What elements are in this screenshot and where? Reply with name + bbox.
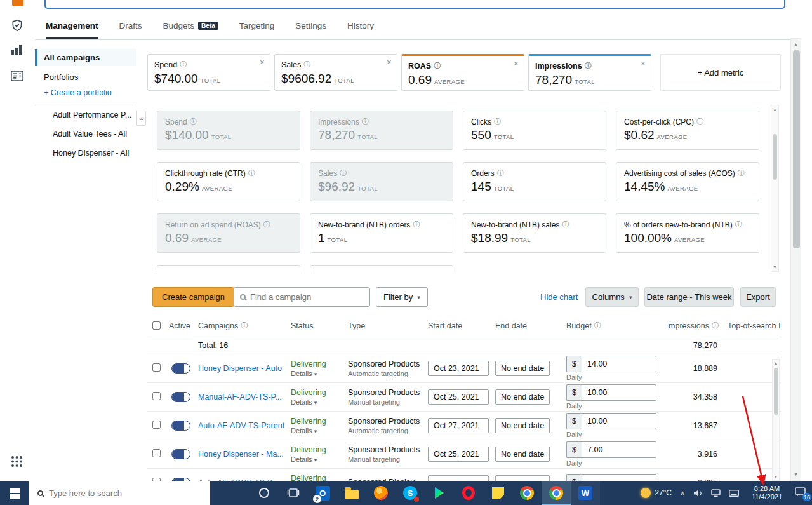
metric-tile[interactable]: % of orders new-to-brand (NTB)ⓘ 100.00%A… xyxy=(616,213,759,253)
scroll-up-icon[interactable]: ▲ xyxy=(791,42,801,48)
speaker-icon[interactable] xyxy=(693,489,703,497)
budget-input[interactable] xyxy=(582,413,656,429)
end-date-input[interactable] xyxy=(495,389,550,405)
create-campaign-button[interactable]: Create campaign xyxy=(152,287,234,307)
budget-input[interactable] xyxy=(582,474,656,481)
active-toggle[interactable] xyxy=(171,421,190,431)
metric-tile[interactable]: New-to-brand (NTB) salesⓘ $18.99TOTAL xyxy=(463,213,606,253)
start-date-input[interactable] xyxy=(428,389,489,405)
metrics-scrollbar[interactable]: ▲ ▼ xyxy=(771,105,779,272)
metric-tile[interactable]: Impressionsⓘ 78,270TOTAL xyxy=(310,111,453,150)
metric-card-spend[interactable]: Spendⓘ × $740.00TOTAL xyxy=(147,54,270,91)
page-scrollbar[interactable]: ▲ ▼ xyxy=(790,38,801,481)
active-toggle[interactable] xyxy=(171,363,190,374)
row-checkbox[interactable] xyxy=(152,421,161,429)
campaign-link[interactable]: Honey Dispenser - Ma... xyxy=(198,450,288,459)
taskbar-search-input[interactable] xyxy=(49,488,210,498)
app-grid-icon[interactable] xyxy=(11,455,23,470)
metric-tile[interactable]: Clickthrough rate (CTR)ⓘ 0.29%AVERAGE xyxy=(157,162,300,201)
console-search-input[interactable] xyxy=(44,0,785,9)
row-checkbox[interactable] xyxy=(152,449,161,457)
metric-card-sales[interactable]: Salesⓘ × $9606.92TOTAL xyxy=(274,54,397,91)
file-explorer-button[interactable] xyxy=(337,481,366,505)
end-date-input[interactable] xyxy=(495,361,550,376)
scrollbar-thumb[interactable] xyxy=(773,134,777,180)
find-campaign-input[interactable] xyxy=(250,292,364,302)
details-dropdown[interactable]: Details ▾ xyxy=(291,427,345,434)
header-impressions[interactable]: Impressionsⓘ xyxy=(668,321,725,330)
budget-input[interactable] xyxy=(582,384,656,401)
end-date-input[interactable] xyxy=(495,418,550,433)
details-dropdown[interactable]: Details ▾ xyxy=(291,370,345,377)
start-date-input[interactable] xyxy=(428,361,489,376)
header-active[interactable]: Active xyxy=(166,321,196,330)
sticky-notes-button[interactable] xyxy=(483,481,512,505)
close-icon[interactable]: × xyxy=(641,58,646,69)
header-status[interactable]: Status xyxy=(288,321,345,330)
play-store-button[interactable] xyxy=(425,481,454,505)
metric-tile[interactable]: New-to-brand (NTB) ordersⓘ 1TOTAL xyxy=(310,213,453,253)
tab-drafts[interactable]: Drafts xyxy=(119,14,142,39)
columns-dropdown[interactable]: Columns▾ xyxy=(585,287,639,307)
campaign-link[interactable]: Auto-AF-ADV-TS-Parent xyxy=(198,421,288,430)
campaign-link[interactable]: Manual-AF-ADV-TS-P... xyxy=(198,393,288,401)
scroll-up-icon[interactable]: ▲ xyxy=(771,107,778,112)
start-date-input[interactable] xyxy=(428,475,489,481)
close-icon[interactable]: × xyxy=(514,58,519,69)
campaign-link[interactable]: Honey Dispenser - Auto xyxy=(198,364,288,373)
header-campaigns[interactable]: Campaignsⓘ xyxy=(196,321,288,330)
taskbar-clock[interactable]: 8:28 AM 11/4/2021 xyxy=(747,485,787,501)
firefox-button[interactable] xyxy=(366,481,396,505)
network-icon[interactable] xyxy=(711,489,721,497)
end-date-input[interactable] xyxy=(495,447,550,462)
metric-tile[interactable]: Ordersⓘ 145TOTAL xyxy=(463,162,606,201)
tray-chevron-up-icon[interactable]: ∧ xyxy=(680,489,685,497)
tab-history[interactable]: History xyxy=(347,14,374,39)
row-checkbox[interactable] xyxy=(152,363,161,372)
tab-budgets[interactable]: BudgetsBeta xyxy=(163,14,218,39)
active-toggle[interactable] xyxy=(171,449,190,459)
task-view-button[interactable] xyxy=(279,481,308,505)
sidebar-collapse-button[interactable]: « xyxy=(136,111,146,126)
tab-settings[interactable]: Settings xyxy=(295,14,326,39)
row-checkbox[interactable] xyxy=(152,392,161,400)
metric-tile[interactable]: Salesⓘ $96.92TOTAL xyxy=(310,162,453,201)
bar-chart-icon[interactable] xyxy=(11,44,22,58)
touch-keyboard-icon[interactable] xyxy=(729,490,739,497)
metric-tile[interactable]: Cost-per-click (CPC)ⓘ $0.62AVERAGE xyxy=(616,111,759,150)
metric-tile[interactable]: Advertising cost of sales (ACOS)ⓘ 14.45%… xyxy=(616,162,759,201)
scroll-down-icon[interactable]: ▼ xyxy=(771,265,778,269)
orange-app-icon[interactable] xyxy=(12,0,23,6)
chrome-button[interactable] xyxy=(512,481,542,505)
scrollbar-thumb[interactable] xyxy=(774,368,778,415)
add-metric-button[interactable]: + Add metric xyxy=(660,54,781,91)
table-scrollbar[interactable]: ▲ ▼ xyxy=(772,359,780,481)
sidebar-portfolio-item[interactable]: Honey Dispenser - All xyxy=(35,144,136,163)
metric-tile[interactable]: Spendⓘ $140.00TOTAL xyxy=(157,111,300,150)
hide-chart-link[interactable]: Hide chart xyxy=(540,292,578,302)
tab-targeting[interactable]: Targeting xyxy=(239,14,275,39)
scrollbar-thumb[interactable] xyxy=(793,50,800,248)
details-dropdown[interactable]: Details ▾ xyxy=(291,455,345,463)
cortana-button[interactable] xyxy=(250,481,279,505)
details-dropdown[interactable]: Details ▾ xyxy=(291,398,345,406)
tab-management[interactable]: Management xyxy=(46,14,98,39)
scroll-down-icon[interactable]: ▼ xyxy=(791,471,801,477)
start-date-input[interactable] xyxy=(428,447,489,462)
sidebar-portfolio-item[interactable]: Adult Performance P... xyxy=(35,105,136,125)
start-button[interactable] xyxy=(0,481,29,505)
header-end-date[interactable]: End date xyxy=(493,321,564,330)
metric-tile[interactable]: Return on ad spend (ROAS)ⓘ 0.69AVERAGE xyxy=(157,213,300,253)
notification-tray-button[interactable]: 16 xyxy=(795,487,806,499)
date-range-button[interactable]: Date range - This week xyxy=(644,287,734,307)
end-date-input[interactable] xyxy=(495,475,550,481)
metric-card-impressions[interactable]: Impressionsⓘ × 78,270TOTAL xyxy=(528,54,651,91)
opera-button[interactable] xyxy=(454,481,483,505)
sidebar-portfolio-item[interactable]: Adult Value Tees - All xyxy=(35,125,136,144)
scroll-up-icon[interactable]: ▲ xyxy=(773,361,779,365)
start-date-input[interactable] xyxy=(428,418,489,433)
reader-icon[interactable] xyxy=(11,71,23,84)
filter-by-dropdown[interactable]: Filter by▾ xyxy=(376,287,428,307)
active-toggle[interactable] xyxy=(171,392,190,402)
shield-check-icon[interactable] xyxy=(11,18,23,35)
